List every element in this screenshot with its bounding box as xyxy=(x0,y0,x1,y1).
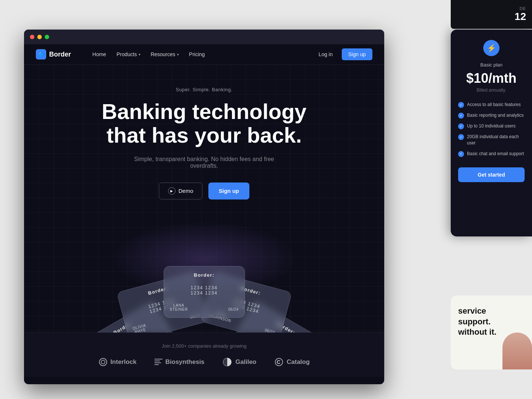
nav-pricing[interactable]: Pricing xyxy=(185,49,209,59)
logo-text: Border xyxy=(49,51,71,58)
top-right-corner-panel: DE 12 xyxy=(451,0,532,29)
galileo-label: Galileo xyxy=(235,358,256,366)
browser-chrome xyxy=(24,30,384,44)
pricing-features: ✓ Access to all basic features ✓ Basic r… xyxy=(458,102,525,157)
logo-strip: Join 2,500+ companies already growing In… xyxy=(24,332,384,377)
logo-strip-tagline: Join 2,500+ companies already growing xyxy=(24,343,384,349)
feature-3: ✓ Up to 10 individual users xyxy=(458,123,525,129)
hero-title: Banking technology that has your back. xyxy=(93,100,315,147)
feature-5: ✓ Basic chat and email support xyxy=(458,151,525,157)
navigation: 🔷 Border Home Products ▾ Resources ▾ Pri… xyxy=(24,44,384,65)
catalog-icon: C xyxy=(274,358,284,366)
pricing-price: $10/mth xyxy=(458,71,525,86)
card-number-3: 1234 12341234 1234 xyxy=(170,285,239,296)
nav-logo[interactable]: 🔷 Border xyxy=(36,49,71,59)
chevron-down-icon: ▾ xyxy=(139,52,140,57)
check-icon-5: ✓ xyxy=(458,151,464,157)
card-expiry-3: 06/24 xyxy=(228,307,239,311)
svg-point-0 xyxy=(99,358,107,366)
card-brand-3: Border: xyxy=(170,272,239,278)
nav-actions: Log in Sign up xyxy=(314,48,372,60)
interlock-icon xyxy=(99,358,108,366)
browser-dot-maximize[interactable] xyxy=(45,35,49,39)
svg-text:C: C xyxy=(277,359,280,365)
logos-row: Interlock Biosynthesis Galileo xyxy=(24,358,384,366)
bottom-right-panel: service support. without it. xyxy=(451,296,532,369)
play-icon: ▶ xyxy=(168,187,175,195)
login-button[interactable]: Log in xyxy=(314,49,337,59)
hero-signup-button[interactable]: Sign up xyxy=(208,183,249,200)
card-name-3: LANASTEINER xyxy=(170,303,188,311)
card-bottom-3: LANASTEINER 06/24 xyxy=(170,303,239,311)
biosynthesis-label: Biosynthesis xyxy=(166,358,205,366)
check-icon-4: ✓ xyxy=(458,134,464,140)
feature-4: ✓ 20GB individual data each user xyxy=(458,134,525,146)
logo-catalog: C Catalog xyxy=(274,358,310,366)
check-icon-1: ✓ xyxy=(458,102,464,108)
corner-label: DE xyxy=(520,6,526,11)
logo-biosynthesis: Biosynthesis xyxy=(154,358,205,366)
check-icon-3: ✓ xyxy=(458,123,464,129)
hero-subtitle: Simple, transparent banking. No hidden f… xyxy=(127,156,282,169)
card-3: Border: 1234 12341234 1234 LANASTEINER 0… xyxy=(164,266,245,318)
chevron-down-icon: ▾ xyxy=(177,52,179,57)
logo-galileo: Galileo xyxy=(222,358,256,366)
hero-tagline: Super. Simple. Banking. xyxy=(36,87,372,92)
corner-number: 12 xyxy=(515,11,526,23)
logo-icon: 🔷 xyxy=(36,49,46,59)
card-name-2: OLIVIARHYE xyxy=(132,323,147,332)
browser-window: 🔷 Border Home Products ▾ Resources ▾ Pri… xyxy=(24,30,384,384)
feature-1: ✓ Access to all basic features xyxy=(458,102,525,108)
hero-buttons: ▶ Demo Sign up xyxy=(36,183,372,200)
catalog-label: Catalog xyxy=(287,358,310,366)
hero-content: Super. Simple. Banking. Banking technolo… xyxy=(36,87,372,200)
pricing-plan-name: Basic plan xyxy=(458,62,525,68)
nav-products[interactable]: Products ▾ xyxy=(113,49,144,59)
biosynthesis-icon xyxy=(154,359,163,365)
cards-container: Border: 1234 12341234 123 PHOEBE 06/24 B… xyxy=(36,214,372,318)
get-started-button[interactable]: Get started xyxy=(458,167,525,182)
browser-dot-close[interactable] xyxy=(30,35,34,39)
pricing-billed: Billed annually. xyxy=(458,88,525,93)
signup-button[interactable]: Sign up xyxy=(342,48,372,60)
feature-2: ✓ Basic reporting and analytics xyxy=(458,112,525,119)
interlock-label: Interlock xyxy=(110,358,137,366)
svg-point-1 xyxy=(101,360,105,364)
nav-resources[interactable]: Resources ▾ xyxy=(147,49,183,59)
pricing-icon: ⚡ xyxy=(483,40,499,56)
card-expiry-4: 06/24 xyxy=(264,328,275,332)
hero-section: Super. Simple. Banking. Banking technolo… xyxy=(24,65,384,332)
check-icon-2: ✓ xyxy=(458,113,464,119)
avatar xyxy=(502,332,532,369)
galileo-icon xyxy=(222,358,232,366)
nav-links: Home Products ▾ Resources ▾ Pricing xyxy=(89,49,302,59)
demo-button[interactable]: ▶ Demo xyxy=(159,183,202,200)
nav-home[interactable]: Home xyxy=(89,49,110,59)
browser-dot-minimize[interactable] xyxy=(37,35,42,39)
logo-interlock: Interlock xyxy=(99,358,137,366)
pricing-panel: ⚡ Basic plan $10/mth Billed annually. ✓ … xyxy=(451,30,532,236)
